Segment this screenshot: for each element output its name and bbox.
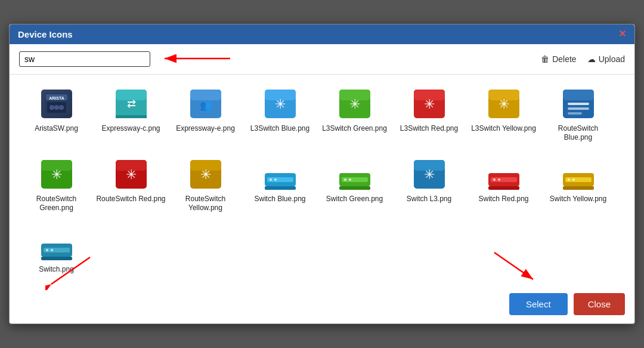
svg-point-70 <box>51 249 53 251</box>
list-item[interactable]: ✳ L3Switch Yellow.png <box>466 83 541 147</box>
list-item[interactable]: ⇄ Expressway-c.png <box>94 83 168 147</box>
svg-rect-15 <box>190 90 221 100</box>
svg-text:ARISTA: ARISTA <box>49 96 64 100</box>
device-icon-label: RouteSwitch Yellow.png <box>171 195 240 213</box>
upload-label: Upload <box>599 54 625 64</box>
svg-point-6 <box>49 105 54 110</box>
device-icon-label: RouteSwitch Blue.png <box>543 124 613 143</box>
svg-rect-30 <box>563 90 594 100</box>
list-item[interactable]: Switch Red.png <box>466 153 541 218</box>
svg-text:👥: 👥 <box>200 100 212 111</box>
list-item[interactable]: Switch Green.png <box>317 153 392 218</box>
icon-grid: ARISTA AristaSW.png <box>19 81 625 282</box>
device-icon-label: L3Switch Blue.png <box>250 124 309 134</box>
device-icon-l3switch-green: ✳ <box>337 88 373 121</box>
device-icon-label: Switch.png <box>39 265 74 275</box>
list-item[interactable]: Switch Blue.png <box>243 153 317 218</box>
device-icons-modal: Device Icons ✕ 🗑 Del <box>9 24 635 325</box>
close-x-button[interactable]: ✕ <box>618 29 626 39</box>
svg-point-52 <box>349 178 351 181</box>
list-item[interactable]: ✳ L3Switch Red.png <box>392 83 466 147</box>
list-item[interactable]: ARISTA AristaSW.png <box>19 83 94 147</box>
device-icon-switch-red <box>486 158 522 191</box>
device-icon-label: Expressway-c.png <box>101 124 160 134</box>
device-icon-l3switch-blue: ✳ <box>262 88 298 121</box>
device-icon-routeswitch-green: ✳ <box>39 158 75 191</box>
modal-toolbar: 🗑 Delete ☁ Upload <box>10 44 634 75</box>
device-icon-label: Switch Blue.png <box>254 195 305 204</box>
svg-rect-44 <box>265 186 296 190</box>
svg-rect-32 <box>568 107 589 110</box>
svg-text:✳: ✳ <box>200 167 211 182</box>
list-item[interactable]: ✳ RouteSwitch Red.png <box>94 153 168 218</box>
svg-rect-31 <box>568 103 589 105</box>
toolbar-right: 🗑 Delete ☁ Upload <box>541 54 625 64</box>
svg-point-47 <box>274 178 277 181</box>
select-button[interactable]: Select <box>509 293 568 315</box>
delete-label: Delete <box>552 54 576 64</box>
device-icon-label: Switch Green.png <box>326 195 383 204</box>
device-icon-label: AristaSW.png <box>35 124 78 134</box>
svg-text:✳: ✳ <box>275 97 286 112</box>
svg-text:✳: ✳ <box>499 97 509 112</box>
list-item[interactable]: 👥 Expressway-e.png <box>168 83 243 147</box>
search-arrow-indicator <box>162 49 233 72</box>
list-item[interactable]: ✳ L3Switch Blue.png <box>243 83 317 147</box>
list-item[interactable]: ✳ Switch L3.png <box>392 153 466 218</box>
svg-rect-57 <box>488 186 519 190</box>
device-icon-expressway-c: ⇄ <box>113 88 149 121</box>
device-icon-label: RouteSwitch Green.png <box>21 195 91 213</box>
device-icon-l3switch-red: ✳ <box>411 88 447 121</box>
search-input[interactable] <box>19 51 150 67</box>
svg-text:✳: ✳ <box>349 97 360 112</box>
device-icon-routeswitch-red: ✳ <box>113 158 149 191</box>
svg-rect-49 <box>339 186 370 190</box>
svg-point-7 <box>54 105 59 110</box>
svg-point-65 <box>572 178 575 181</box>
svg-point-51 <box>344 178 346 181</box>
svg-rect-33 <box>568 112 582 115</box>
modal-overlay: Device Icons ✕ 🗑 Del <box>0 0 644 348</box>
list-item[interactable]: Switch Yellow.png <box>541 153 615 218</box>
svg-point-59 <box>493 178 496 181</box>
device-icon-label: RouteSwitch Red.png <box>96 195 165 204</box>
delete-icon: 🗑 <box>541 54 549 64</box>
svg-rect-62 <box>563 186 594 190</box>
list-item[interactable]: ✳ L3Switch Green.png <box>317 83 392 147</box>
upload-icon: ☁ <box>587 54 596 64</box>
modal-title: Device Icons <box>18 29 73 39</box>
device-icon-routeswitch-blue <box>561 88 596 121</box>
device-icon-arista: ARISTA <box>39 88 75 121</box>
device-icon-label: L3Switch Green.png <box>322 124 387 134</box>
device-icon-switch <box>39 229 75 261</box>
device-icon-label: L3Switch Yellow.png <box>471 124 536 134</box>
device-icon-switch-yellow <box>561 158 596 191</box>
list-item[interactable]: Switch.png <box>19 224 94 279</box>
device-icon-l3switch-yellow: ✳ <box>486 88 522 121</box>
close-button[interactable]: Close <box>574 293 625 315</box>
modal-header: Device Icons ✕ <box>10 24 634 44</box>
svg-point-64 <box>568 178 570 181</box>
svg-text:✳: ✳ <box>424 97 435 112</box>
svg-text:✳: ✳ <box>126 167 137 182</box>
device-icon-label: Switch Red.png <box>478 195 528 204</box>
svg-rect-67 <box>41 257 72 260</box>
svg-point-60 <box>498 178 500 181</box>
delete-button[interactable]: 🗑 Delete <box>541 54 576 64</box>
device-icon-routeswitch-yellow: ✳ <box>188 158 224 191</box>
list-item[interactable]: ✳ RouteSwitch Yellow.png <box>168 153 243 218</box>
device-icon-switch-l3: ✳ <box>411 158 447 191</box>
device-icon-switch-blue <box>262 158 298 191</box>
svg-point-46 <box>270 178 272 181</box>
device-icon-switch-green <box>337 158 373 191</box>
svg-text:⇄: ⇄ <box>126 98 135 110</box>
device-icon-label: Expressway-e.png <box>176 124 235 134</box>
svg-point-69 <box>46 249 48 251</box>
device-icon-label: Switch Yellow.png <box>550 195 606 204</box>
svg-text:✳: ✳ <box>424 167 435 182</box>
list-item[interactable]: RouteSwitch Blue.png <box>541 83 615 147</box>
upload-button[interactable]: ☁ Upload <box>587 54 625 64</box>
device-icon-label: Switch L3.png <box>407 195 451 204</box>
svg-point-8 <box>59 105 64 110</box>
list-item[interactable]: ✳ RouteSwitch Green.png <box>19 153 94 218</box>
